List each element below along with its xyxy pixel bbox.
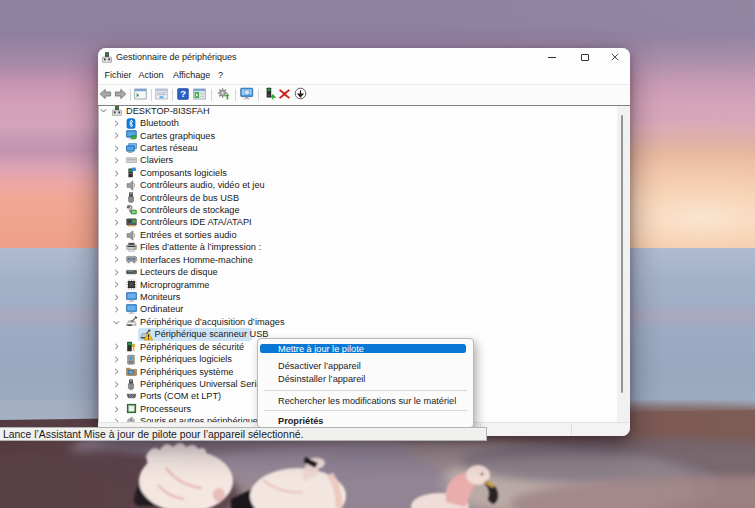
svg-text:?: ? <box>180 88 186 99</box>
